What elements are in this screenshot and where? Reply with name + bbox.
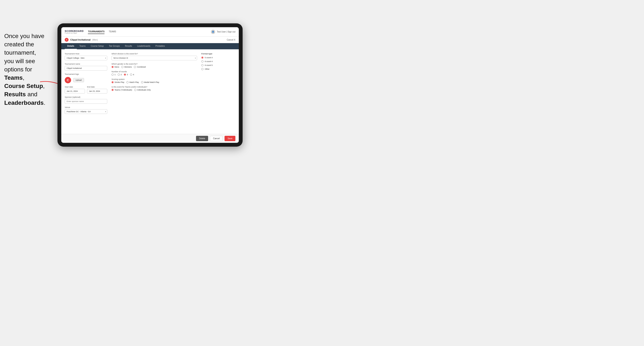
nav-teams[interactable]: TEAMS: [109, 29, 116, 34]
division-group: Which division is the event for? NCAA Di…: [112, 53, 197, 60]
format-6count5[interactable]: 6 count 5: [201, 64, 236, 66]
scoring-medal-match-play[interactable]: Medal Match Play: [141, 81, 160, 83]
end-date-input[interactable]: [87, 89, 107, 94]
scoring-stroke-play-radio[interactable]: [112, 81, 114, 83]
tournament-host-select[interactable]: Clippd College - Men: [65, 56, 107, 60]
rounds-4-radio[interactable]: [130, 74, 132, 76]
rounds-4-label: 4: [133, 74, 134, 76]
user-sign-out[interactable]: Test User | Sign out: [217, 31, 236, 33]
end-date-label: End date: [87, 86, 107, 88]
rounds-1-label: 1: [114, 74, 116, 76]
tournament-host-group: Tournament Host Clippd College - Men ▾: [65, 53, 107, 60]
gender-mens-radio[interactable]: [112, 66, 114, 68]
action-bar: Delete Cancel Save: [61, 134, 239, 143]
gender-combined[interactable]: Combined: [134, 66, 146, 68]
avatar: 👤: [211, 30, 215, 34]
upload-button[interactable]: Upload: [73, 78, 84, 82]
start-date-input[interactable]: [65, 89, 85, 94]
format-other[interactable]: Other: [201, 68, 236, 70]
teams-plus-individuals-label: Teams (+Individuals): [114, 89, 132, 91]
top-nav-right: 👤 Test User | Sign out: [211, 30, 236, 34]
save-button[interactable]: Save: [224, 136, 236, 141]
format-6count4-label: 6 count 4: [205, 60, 212, 62]
logo-icon: C: [65, 77, 71, 83]
tab-course-setup[interactable]: Course Setup: [88, 43, 106, 49]
rounds-2-radio[interactable]: [118, 74, 120, 76]
tournament-name-label: Tournament name: [65, 63, 107, 65]
format-5count4-label: 5 count 4: [205, 56, 212, 59]
format-5count4[interactable]: 5 count 4: [201, 56, 236, 59]
tab-printables[interactable]: Printables: [153, 43, 167, 49]
rounds-3-radio[interactable]: [124, 74, 126, 76]
top-nav: SCOREBOARD Powered by clippd TOURNAMENTS…: [61, 27, 239, 36]
format-6count5-label: 6 count 5: [205, 64, 212, 66]
tournament-tag: (Men): [92, 39, 98, 41]
rounds-group: Number of rounds 1 2 3: [112, 71, 197, 76]
rounds-radio-group: 1 2 3 4: [112, 74, 197, 76]
gender-womens-radio[interactable]: [121, 66, 124, 68]
tournament-name: Clippd Invitational: [70, 38, 90, 41]
individuals-only-radio[interactable]: [134, 89, 136, 91]
tournament-name-group: Tournament name: [65, 63, 107, 71]
scoring-medal-match-play-radio[interactable]: [141, 81, 143, 83]
scoring-group: Scoring system Stroke Play Match Play: [112, 78, 197, 83]
delete-button[interactable]: Delete: [196, 136, 208, 141]
rounds-3[interactable]: 3: [124, 74, 128, 76]
tab-tee-groups[interactable]: Tee Groups: [106, 43, 122, 49]
tab-teams[interactable]: Teams: [77, 43, 88, 49]
format-6count4-radio[interactable]: [201, 60, 204, 62]
sponsor-input[interactable]: [65, 99, 107, 104]
gender-combined-radio[interactable]: [134, 66, 136, 68]
division-select[interactable]: NCAA Division III: [112, 56, 197, 60]
teams-individuals-group: Is this event for Teams and/or Individua…: [112, 86, 197, 91]
header-cancel-button[interactable]: Cancel X: [227, 39, 236, 41]
format-other-radio[interactable]: [201, 68, 204, 70]
gender-mens[interactable]: Mens: [112, 66, 119, 68]
rounds-1-radio[interactable]: [112, 74, 114, 76]
format-6count4[interactable]: 6 count 4: [201, 60, 236, 62]
tournament-name-input[interactable]: [65, 66, 107, 71]
scoring-match-play-radio[interactable]: [126, 81, 128, 83]
sponsor-group: Sponsor (optional): [65, 96, 107, 104]
nav-tournaments[interactable]: TOURNAMENTS: [88, 29, 104, 34]
logo-area: SCOREBOARD Powered by clippd: [65, 30, 84, 34]
format-6count5-radio[interactable]: [201, 64, 204, 66]
rounds-label: Number of rounds: [112, 71, 197, 73]
rounds-2-label: 2: [121, 74, 122, 76]
format-type-label: Format type: [201, 53, 236, 55]
start-date-group: Start date: [65, 86, 85, 94]
cancel-button[interactable]: Cancel: [210, 136, 223, 141]
tablet-frame: SCOREBOARD Powered by clippd TOURNAMENTS…: [58, 23, 242, 147]
rounds-2[interactable]: 2: [118, 74, 122, 76]
logo-text: SCOREBOARD: [65, 30, 84, 32]
middle-section: Which division is the event for? NCAA Di…: [112, 53, 197, 131]
tab-results[interactable]: Results: [122, 43, 134, 49]
scoring-medal-match-play-label: Medal Match Play: [144, 81, 160, 83]
venue-select[interactable]: Peachtree GC - Atlanta - GA: [65, 109, 107, 114]
logo-upload-area: C Upload: [65, 77, 107, 83]
rounds-4[interactable]: 4: [130, 74, 134, 76]
gender-combined-label: Combined: [137, 66, 146, 68]
tournament-title-row: C Clippd Invitational (Men): [65, 38, 98, 42]
gender-radio-group: Mens Womens Combined: [112, 66, 197, 68]
tournament-logo-label: Tournament logo: [65, 73, 107, 75]
tab-leaderboards[interactable]: Leaderboards: [134, 43, 153, 49]
teams-plus-individuals-radio[interactable]: [112, 89, 114, 91]
scoring-radio-group: Stroke Play Match Play Medal Match Play: [112, 81, 197, 83]
format-5count4-radio[interactable]: [201, 56, 204, 59]
individuals-only-label: Individuals Only: [137, 89, 151, 91]
scoring-label: Scoring system: [112, 78, 197, 80]
division-label: Which division is the event for?: [112, 53, 197, 55]
tournament-host-label: Tournament Host: [65, 53, 107, 55]
teams-plus-individuals[interactable]: Teams (+Individuals): [112, 89, 132, 91]
gender-womens[interactable]: Womens: [121, 66, 132, 68]
format-other-label: Other: [205, 68, 210, 70]
sponsor-label: Sponsor (optional): [65, 96, 107, 98]
scoring-match-play[interactable]: Match Play: [126, 81, 139, 83]
rounds-1[interactable]: 1: [112, 74, 116, 76]
venue-group: Venue Peachtree GC - Atlanta - GA ▾: [65, 106, 107, 114]
scoring-stroke-play[interactable]: Stroke Play: [112, 81, 124, 83]
tab-details[interactable]: Details: [65, 43, 77, 49]
teams-individuals-radio-group: Teams (+Individuals) Individuals Only: [112, 89, 197, 91]
individuals-only[interactable]: Individuals Only: [134, 89, 151, 91]
